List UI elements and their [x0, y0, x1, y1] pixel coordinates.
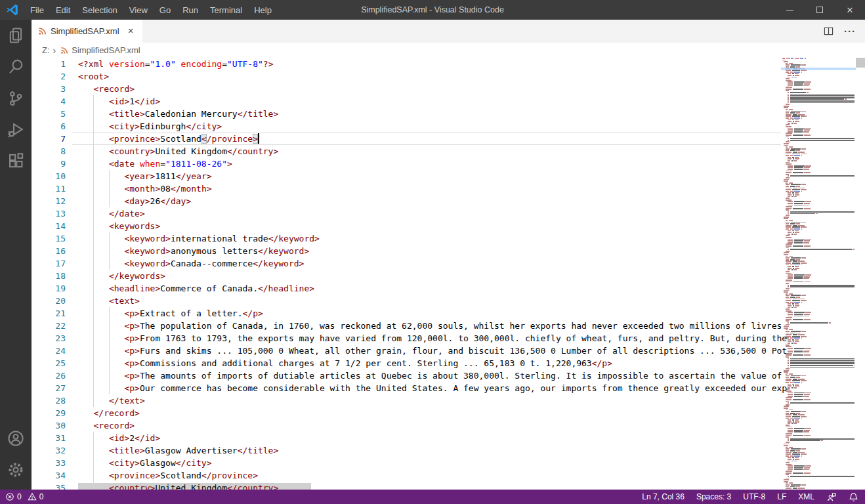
code-text: <?xml version="1.0" encoding="UTF-8"?> [78, 58, 273, 70]
code-text: <title>Glasgow Advertiser</title> [78, 444, 278, 457]
code-line-12[interactable]: 12<day>26</day> [32, 195, 865, 207]
line-number: 22 [32, 320, 66, 332]
code-editor[interactable]: 1<?xml version="1.0" encoding="UTF-8"?>2… [32, 58, 865, 490]
code-line-2[interactable]: 2<root> [32, 70, 865, 83]
code-line-16[interactable]: 16<keyword>anonymous letters</keyword> [32, 245, 865, 257]
code-line-11[interactable]: 11<month>08</month> [32, 182, 865, 195]
code-line-13[interactable]: 13</date> [32, 207, 865, 220]
line-number: 11 [32, 182, 66, 195]
code-line-34[interactable]: 34<province>Scotland</province> [32, 469, 865, 482]
code-text: <root> [78, 70, 109, 83]
code-line-4[interactable]: 4<id>1</id> [32, 95, 865, 108]
extensions-icon[interactable] [0, 146, 32, 177]
close-button[interactable]: ✕ [835, 0, 865, 20]
code-line-18[interactable]: 18</keywords> [32, 270, 865, 282]
line-number: 16 [32, 245, 66, 257]
code-line-17[interactable]: 17<keyword>Canada--commerce</keyword> [32, 257, 865, 270]
line-number: 17 [32, 257, 66, 270]
menu-view[interactable]: View [123, 0, 154, 20]
code-text: <province>Scotland</province> [78, 469, 258, 482]
code-line-3[interactable]: 3<record> [32, 83, 865, 95]
code-line-25[interactable]: 25<p>Commissions and additional charges … [32, 357, 865, 369]
code-line-35[interactable]: 35<country>United Kingdom</country> [32, 482, 865, 490]
maximize-button[interactable] [805, 0, 835, 20]
tab-close-icon[interactable]: ✕ [126, 26, 136, 37]
line-number: 29 [32, 407, 66, 419]
minimize-button[interactable] [774, 0, 805, 20]
code-line-6[interactable]: 6<city>Edinburgh</city> [32, 120, 865, 133]
code-line-31[interactable]: 31<id>2</id> [32, 432, 865, 444]
line-number: 4 [32, 95, 66, 108]
code-line-24[interactable]: 24<p>Furs and skims ... 105,000 0 Wheat,… [32, 345, 865, 357]
code-text: <city>Edinburgh</city> [78, 120, 222, 133]
code-text: <title>Caledonian Mercury</title> [78, 108, 278, 120]
line-number: 30 [32, 419, 66, 432]
breadcrumb: Z: › SimplifiedSAP.xml [32, 43, 865, 58]
more-actions-icon[interactable]: ··· [844, 26, 856, 37]
run-and-debug-icon[interactable] [0, 114, 32, 146]
code-text: </record> [78, 407, 140, 419]
settings-gear-icon[interactable] [0, 454, 32, 486]
code-line-30[interactable]: 30<record> [32, 419, 865, 432]
line-number: 25 [32, 357, 66, 369]
code-line-9[interactable]: 9<date when="1811-08-26"> [32, 158, 865, 170]
tab-simplifiedsap-xml[interactable]: SimplifiedSAP.xml ✕ [32, 20, 142, 43]
code-line-27[interactable]: 27<p>Our commerce has become considerabl… [32, 382, 865, 394]
code-text: <keywords> [78, 220, 160, 232]
line-number: 24 [32, 345, 66, 357]
code-line-19[interactable]: 19<headline>Commerce of Canada.</headlin… [32, 282, 865, 295]
menu-file[interactable]: File [24, 0, 50, 20]
line-number: 34 [32, 469, 66, 482]
code-text: <day>26</day> [78, 195, 191, 207]
menu-run[interactable]: Run [177, 0, 204, 20]
status-encoding[interactable]: UTF-8 [743, 492, 765, 501]
line-number: 18 [32, 270, 66, 282]
close-icon: ✕ [847, 6, 854, 14]
breadcrumb-drive[interactable]: Z: [42, 45, 50, 55]
line-number: 7 [32, 133, 66, 145]
code-line-29[interactable]: 29</record> [32, 407, 865, 419]
status-language-mode[interactable]: XML [798, 492, 814, 501]
code-line-21[interactable]: 21<p>Extract of a letter.</p> [32, 307, 865, 320]
explorer-icon[interactable] [0, 20, 32, 51]
feedback-icon[interactable] [826, 492, 837, 502]
code-line-8[interactable]: 8<country>United Kingdom</country> [32, 145, 865, 158]
menu-help[interactable]: Help [248, 0, 278, 20]
code-line-10[interactable]: 10<year>1811</year> [32, 170, 865, 182]
status-cursor-position[interactable]: Ln 7, Col 36 [642, 492, 685, 501]
menu-go[interactable]: Go [154, 0, 177, 20]
code-line-28[interactable]: 28</text> [32, 394, 865, 407]
code-line-26[interactable]: 26<p>The amounts of imports of dutiable … [32, 369, 865, 382]
line-number: 33 [32, 457, 66, 469]
code-line-32[interactable]: 32<title>Glasgow Advertiser</title> [32, 444, 865, 457]
code-line-20[interactable]: 20<text> [32, 295, 865, 307]
line-number: 5 [32, 108, 66, 120]
code-text: <date when="1811-08-26"> [78, 158, 232, 170]
code-line-1[interactable]: 1<?xml version="1.0" encoding="UTF-8"?> [32, 58, 865, 70]
menu-terminal[interactable]: Terminal [204, 0, 248, 20]
code-text: <p>Our commerce has become considerable … [78, 382, 787, 394]
split-editor-icon[interactable] [824, 26, 833, 36]
code-line-22[interactable]: 22<p>The population of Canada, in 1760, … [32, 320, 865, 332]
problems-indicator[interactable]: 0 0 [5, 492, 43, 501]
code-line-23[interactable]: 23<p>From 1763 to 1793, the exports may … [32, 332, 865, 345]
minimize-icon [786, 10, 793, 10]
code-line-7[interactable]: 7<province>Scotland</province> [32, 133, 865, 145]
code-text: <keyword>Canada--commerce</keyword> [78, 257, 304, 270]
notifications-bell-icon[interactable] [849, 492, 858, 502]
search-icon[interactable] [0, 51, 32, 83]
breadcrumb-file[interactable]: SimplifiedSAP.xml [72, 45, 140, 55]
source-control-icon[interactable] [0, 83, 32, 114]
menu-edit[interactable]: Edit [50, 0, 76, 20]
warning-count: 0 [39, 492, 44, 501]
account-icon[interactable] [0, 423, 32, 454]
vscode-logo [6, 3, 19, 16]
menu-selection[interactable]: Selection [76, 0, 123, 20]
code-line-15[interactable]: 15<keyword>international trade</keyword> [32, 232, 865, 245]
code-line-14[interactable]: 14<keywords> [32, 220, 865, 232]
code-text: <p>Extract of a letter.</p> [78, 307, 263, 320]
status-eol[interactable]: LF [777, 492, 786, 501]
code-line-5[interactable]: 5<title>Caledonian Mercury</title> [32, 108, 865, 120]
status-indentation[interactable]: Spaces: 3 [696, 492, 731, 501]
code-line-33[interactable]: 33<city>Glasgow</city> [32, 457, 865, 469]
